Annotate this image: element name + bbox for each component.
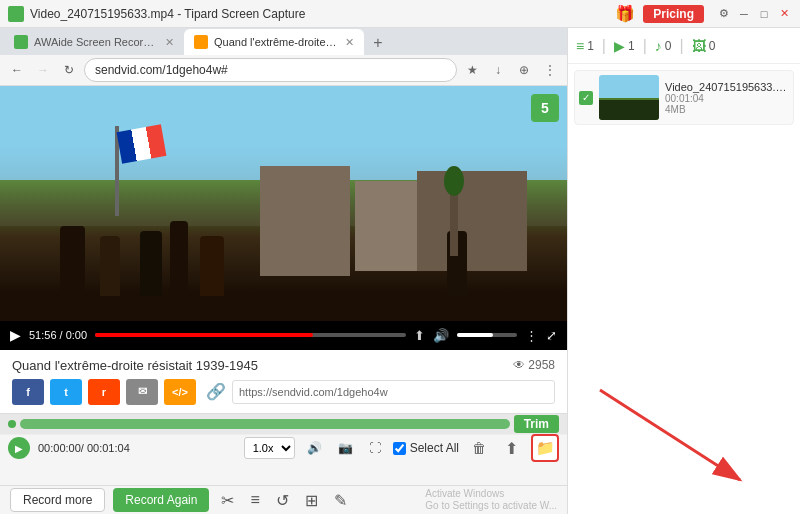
reddit-button[interactable]: r	[88, 379, 120, 405]
video-frame: 5	[0, 86, 567, 321]
all-tab-count: 1	[587, 39, 594, 53]
volume-toggle[interactable]: 🔊	[303, 439, 326, 457]
cast-icon[interactable]: ⊕	[513, 59, 535, 81]
link-icon[interactable]: 🔗	[206, 382, 226, 401]
tab2-label: Quand l'extrême-droite résiste...	[214, 36, 339, 48]
download-icon[interactable]: ↓	[487, 59, 509, 81]
camera-icon[interactable]: 📷	[334, 439, 357, 457]
channel-badge: 5	[531, 94, 559, 122]
image-tab-icon: 🖼	[692, 38, 706, 54]
video-progress-bar[interactable]	[95, 333, 406, 337]
twitter-button[interactable]: t	[50, 379, 82, 405]
right-panel: ≡ 1 | ▶ 1 | ♪ 0 | 🖼 0 ✓	[567, 28, 800, 514]
browser-panel: AWAide Screen Recorder: Scre... ✕ Quand …	[0, 28, 567, 514]
more-options-icon[interactable]: ⋮	[525, 328, 538, 343]
export-button[interactable]: ⬆	[499, 436, 523, 460]
pricing-button[interactable]: Pricing	[643, 5, 704, 23]
volume-icon[interactable]: 🔊	[433, 328, 449, 343]
trim-button[interactable]: Trim	[514, 415, 559, 433]
share-url-input[interactable]	[232, 380, 555, 404]
video-tab-icon: ▶	[614, 38, 625, 54]
video-time-display: 51:56 / 0:00	[29, 329, 87, 341]
timeline-track[interactable]	[20, 419, 510, 429]
video-title-row: Quand l'extrême-droite résistait 1939-19…	[12, 358, 555, 373]
volume-fill	[457, 333, 493, 337]
cut-icon[interactable]: ✂	[217, 491, 238, 510]
title-bar: Video_240715195633.mp4 - Tipard Screen C…	[0, 0, 800, 28]
facebook-button[interactable]: f	[12, 379, 44, 405]
social-share-row: f t r ✉ </> 🔗	[12, 379, 555, 405]
activate-windows-text: Activate WindowsGo to Settings to activa…	[425, 488, 557, 512]
close-button[interactable]: ✕	[776, 6, 792, 22]
media-checkbox[interactable]: ✓	[579, 91, 593, 105]
video-progress-fill	[95, 333, 313, 337]
video-info-section: Quand l'extrême-droite résistait 1939-19…	[0, 350, 567, 413]
right-tab-video[interactable]: ▶ 1	[614, 38, 635, 54]
merge-icon[interactable]: ⊞	[301, 491, 322, 510]
media-thumbnail	[599, 75, 659, 120]
star-icon[interactable]: ★	[461, 59, 483, 81]
media-duration: 00:01:04	[665, 93, 789, 104]
bottom-bar: Record more Record Again ✂ ≡ ↺ ⊞ ✎ Activ…	[0, 485, 567, 514]
media-filename: Video_240715195633.mp4	[665, 81, 789, 93]
record-again-button[interactable]: Record Again	[113, 488, 209, 512]
gift-icon: 🎁	[615, 4, 635, 23]
media-item: ✓ Video_240715195633.mp4 00:01:04 4MB	[574, 70, 794, 125]
image-tab-count: 0	[709, 39, 716, 53]
tab2-close[interactable]: ✕	[345, 36, 354, 49]
video-controls-bar: ▶ 51:56 / 0:00 ⬆ 🔊 ⋮ ⤢	[0, 321, 567, 350]
timeline-start-marker	[8, 420, 16, 428]
title-bar-controls: 🎁 Pricing ⚙ ─ □ ✕	[615, 4, 792, 23]
video-play-button[interactable]: ▶	[10, 327, 21, 343]
media-list: ✓ Video_240715195633.mp4 00:01:04 4MB	[568, 64, 800, 514]
url-input[interactable]	[84, 58, 457, 82]
title-bar-left: Video_240715195633.mp4 - Tipard Screen C…	[8, 6, 305, 22]
new-tab-button[interactable]: +	[366, 31, 390, 55]
browser-tabs: AWAide Screen Recorder: Scre... ✕ Quand …	[0, 28, 567, 55]
text-icon[interactable]: ✎	[330, 491, 351, 510]
embed-button[interactable]: </>	[164, 379, 196, 405]
all-tab-icon: ≡	[576, 38, 584, 54]
back-button[interactable]: ←	[6, 59, 28, 81]
minimize-button[interactable]: ─	[736, 6, 752, 22]
select-all-checkbox[interactable]: Select All	[393, 441, 459, 455]
share-icon[interactable]: ⬆	[414, 328, 425, 343]
record-more-button[interactable]: Record more	[10, 488, 105, 512]
email-button[interactable]: ✉	[126, 379, 158, 405]
tab1-close[interactable]: ✕	[165, 36, 174, 49]
right-tab-audio[interactable]: ♪ 0	[655, 38, 672, 54]
adjust-icon[interactable]: ≡	[246, 491, 263, 509]
rotate-icon[interactable]: ↺	[272, 491, 293, 510]
select-all-input[interactable]	[393, 442, 406, 455]
tab1-label: AWAide Screen Recorder: Scre...	[34, 36, 159, 48]
maximize-button[interactable]: □	[756, 6, 772, 22]
crop-icon[interactable]: ⛶	[365, 439, 385, 457]
timeline-section: Trim ▶ 00:00:00/ 00:01:04 0.5x 1.0x 1.5x…	[0, 413, 567, 485]
browser-tab-1[interactable]: AWAide Screen Recorder: Scre... ✕	[4, 29, 184, 55]
tab2-favicon	[194, 35, 208, 49]
timeline-play-button[interactable]: ▶	[8, 437, 30, 459]
video-tab-count: 1	[628, 39, 635, 53]
tab-divider: |	[602, 37, 606, 55]
delete-button[interactable]: 🗑	[467, 436, 491, 460]
forward-button[interactable]: →	[32, 59, 54, 81]
volume-bar[interactable]	[457, 333, 517, 337]
tab1-favicon	[14, 35, 28, 49]
menu-icon[interactable]: ⋮	[539, 59, 561, 81]
folder-button[interactable]: 📁	[531, 434, 559, 462]
video-views: 👁 2958	[513, 358, 555, 372]
app-icon	[8, 6, 24, 22]
right-tab-all[interactable]: ≡ 1	[576, 38, 594, 54]
media-info: Video_240715195633.mp4 00:01:04 4MB	[665, 81, 789, 115]
fullscreen-icon[interactable]: ⤢	[546, 328, 557, 343]
timeline-controls: ▶ 00:00:00/ 00:01:04 0.5x 1.0x 1.5x 2.0x…	[0, 434, 567, 462]
right-tab-image[interactable]: 🖼 0	[692, 38, 716, 54]
browser-tab-2[interactable]: Quand l'extrême-droite résiste... ✕	[184, 29, 364, 55]
main-layout: AWAide Screen Recorder: Scre... ✕ Quand …	[0, 28, 800, 514]
speed-select[interactable]: 0.5x 1.0x 1.5x 2.0x	[244, 437, 295, 459]
tab-divider3: |	[680, 37, 684, 55]
audio-tab-count: 0	[665, 39, 672, 53]
right-panel-tabs: ≡ 1 | ▶ 1 | ♪ 0 | 🖼 0	[568, 28, 800, 64]
reload-button[interactable]: ↻	[58, 59, 80, 81]
settings-button[interactable]: ⚙	[716, 6, 732, 22]
